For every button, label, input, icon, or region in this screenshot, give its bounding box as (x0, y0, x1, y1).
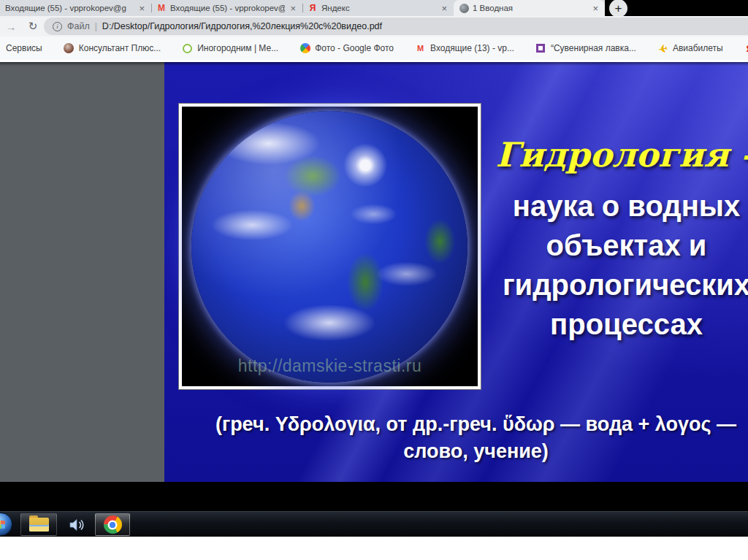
bookmark-aviabilety[interactable]: ✈ Авиабилеты (657, 43, 723, 54)
globe-favicon-icon (459, 3, 469, 13)
taskbar-explorer-button[interactable] (20, 513, 57, 536)
gmail-icon: M (156, 3, 167, 13)
slide-title: Гидрология – (478, 135, 748, 174)
purple-square-icon (535, 43, 546, 54)
taskbar-chrome-button[interactable] (95, 513, 130, 536)
tab-inbox-55-first[interactable]: Входящие (55) - vpprokopev@g × (0, 0, 151, 16)
tab-inbox-55-second[interactable]: M Входящие (55) - vpprokopev@g × (151, 0, 302, 16)
yandex-icon: Я (308, 3, 318, 13)
tab-title: 1 Вводная (473, 4, 587, 12)
google-photos-icon (299, 43, 310, 54)
url-scheme-label: Файл (67, 21, 90, 31)
slide-body-line: объектах и (478, 226, 748, 265)
slide-caption-line: (греч. Υδρολογια, от др.-греч. ὕδωρ — во… (164, 411, 748, 438)
bookmark-google-photos[interactable]: Фото - Google Фото (299, 43, 394, 54)
close-icon[interactable]: × (137, 4, 146, 13)
browser-toolbar: → ↻ i Файл | D:/Desktop/Гидрология/Гидро… (0, 16, 748, 37)
page-info-icon[interactable]: i (53, 22, 62, 31)
forward-icon[interactable]: → (3, 19, 19, 34)
bookmark-yandex[interactable]: Я Яндекс (744, 43, 748, 54)
close-icon[interactable]: × (289, 4, 297, 13)
url-text: D:/Desktop/Гидрология/Гидрология,%20лекц… (102, 21, 382, 31)
bookmark-suvenirnaya-lavka[interactable]: “Сувенирная лавка... (535, 43, 636, 54)
slide-body-line: процессах (478, 304, 748, 344)
chrome-icon (104, 515, 122, 534)
tab-title: Входящие (55) - vpprokopev@g (170, 4, 285, 12)
url-separator: | (95, 21, 97, 31)
reload-icon[interactable]: ↻ (25, 19, 41, 34)
taskbar-audio-button[interactable] (64, 513, 89, 536)
windows-logo-icon (0, 521, 5, 529)
earth-image (191, 111, 468, 383)
start-button[interactable] (0, 513, 12, 536)
watermark-url: http://damskie-strasti.ru (182, 356, 478, 376)
slide-body-line: гидрологических (478, 265, 748, 304)
tab-title: Входящие (55) - vpprokopev@g (5, 4, 134, 12)
presentation-slide: http://damskie-strasti.ru Гидрология – н… (164, 62, 748, 482)
slide-body-line: наука о водных (478, 186, 748, 226)
tab-yandex[interactable]: Я Яндекс × (302, 0, 454, 16)
folder-icon (29, 518, 49, 532)
earth-image-frame: http://damskie-strasti.ru (179, 104, 481, 389)
konsultant-icon (64, 43, 75, 54)
pdf-background-gutter (0, 62, 164, 482)
slide-text-column: Гидрология – наука о водных объектах и г… (478, 135, 748, 344)
green-ring-icon (182, 43, 193, 54)
bookmarks-bar: Сервисы Консультант Плюс... Иногородним … (0, 37, 748, 60)
bookmark-gmail-inbox[interactable]: M Входящие (13) - vp... (415, 43, 514, 54)
address-bar[interactable]: i Файл | D:/Desktop/Гидрология/Гидрологи… (44, 18, 748, 35)
slide-caption: (греч. Υδρολογια, от др.-греч. ὕδωρ — во… (164, 411, 748, 465)
slide-caption-line: слово, учение) (164, 438, 748, 465)
close-icon[interactable]: × (440, 4, 449, 13)
new-tab-button[interactable]: + (609, 0, 627, 18)
tab-vvodnaya-active[interactable]: 1 Вводная × (454, 0, 605, 16)
windows-taskbar (0, 511, 748, 537)
tabs-container: Входящие (55) - vpprokopev@g × M Входящи… (0, 0, 605, 16)
speaker-icon (68, 516, 85, 534)
desktop-black-band (0, 482, 748, 511)
slide-body-text: наука о водных объектах и гидрологически… (478, 186, 748, 344)
bookmark-inogorodnim[interactable]: Иногородним | Ме... (182, 43, 278, 54)
bookmark-konsultant-plus[interactable]: Консультант Плюс... (64, 43, 161, 54)
bookmark-servisy[interactable]: Сервисы (6, 43, 42, 53)
tab-strip: Входящие (55) - vpprokopev@g × M Входящи… (0, 0, 748, 16)
close-icon[interactable]: × (591, 4, 600, 13)
tab-title: Яндекс (321, 4, 436, 12)
pdf-viewer-content: http://damskie-strasti.ru Гидрология – н… (0, 62, 748, 482)
airplane-icon: ✈ (656, 42, 669, 55)
gmail-icon: M (415, 43, 426, 54)
yandex-icon: Я (744, 43, 748, 54)
